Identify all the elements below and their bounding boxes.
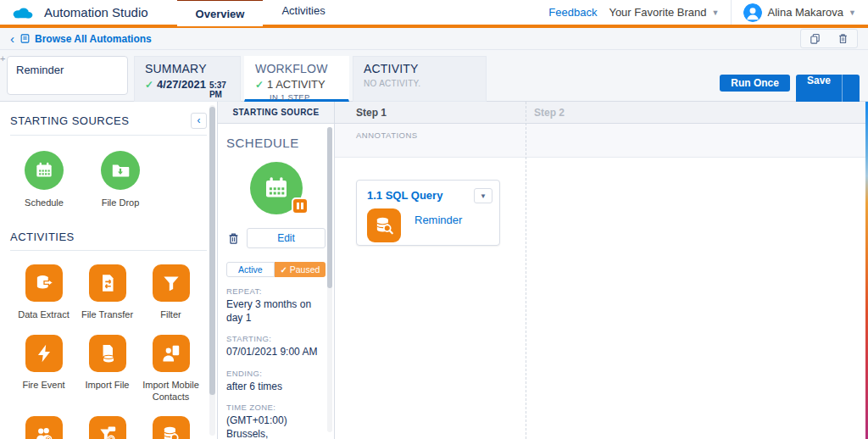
step-column-divider	[526, 102, 526, 439]
activities-title: ACTIVITIES	[10, 231, 75, 243]
card-activity-name: Reminder	[415, 214, 462, 226]
tab-activities-label: Activities	[281, 4, 325, 17]
chevron-down-icon: ▼	[849, 8, 856, 17]
activity-status: NO ACTIVITY.	[364, 79, 476, 88]
activity-import-mobile-contacts[interactable]: Import Mobile Contacts	[139, 335, 203, 403]
feedback-link[interactable]: Feedback	[548, 6, 597, 19]
source-schedule[interactable]: Schedule	[14, 151, 75, 208]
brand-menu[interactable]: Your Favorite Brand ▼	[609, 6, 719, 19]
annotations-row[interactable]: ANNOTATIONS	[335, 124, 865, 158]
lightning-icon	[25, 335, 63, 372]
app-title: Automation Studio	[44, 5, 148, 19]
workflow-activity-card[interactable]: 1.1 SQL Query ▼ Reminder	[356, 180, 500, 246]
tab-activities[interactable]: Activities	[263, 0, 343, 23]
collapse-sidebar-button[interactable]: ‹	[191, 113, 207, 129]
ending-value: after 6 times	[226, 380, 326, 393]
activities-list: Data Extract File Transfer	[0, 251, 217, 439]
activity-fire-event[interactable]: Fire Event	[12, 335, 75, 391]
file-transfer-icon	[89, 264, 126, 302]
activity-file-transfer[interactable]: File Transfer	[75, 264, 139, 320]
step-2-header: Step 2	[526, 102, 868, 123]
automation-name-input[interactable]: Reminder	[7, 56, 128, 95]
sidebar: STARTING SOURCES ‹ Schedule	[0, 102, 218, 439]
user-avatar[interactable]	[743, 3, 762, 22]
timezone-value: (GMT+01:00) Brussels, Copenhagen, Madrid…	[226, 414, 326, 439]
activity-data-extract[interactable]: Data Extract	[12, 264, 75, 320]
card-menu-button[interactable]: ▼	[474, 188, 492, 203]
import-contacts-icon	[153, 335, 190, 372]
summary-time: 5:37 PM	[209, 81, 230, 99]
automation-actions	[800, 29, 858, 48]
trash-icon	[837, 32, 849, 45]
activity-label: Import Mobile Contacts	[139, 379, 203, 403]
calendar-icon	[25, 151, 64, 190]
user-menu[interactable]: Alina Makarova ▼	[743, 3, 856, 22]
toggle-paused-option[interactable]: ✓ Paused	[275, 262, 326, 277]
user-name: Alina Makarova	[767, 6, 843, 19]
active-paused-toggle: Active ✓ Paused	[226, 262, 326, 277]
panel-scrollbar[interactable]	[327, 127, 332, 432]
repeat-value: Every 3 months on day 1	[226, 297, 326, 325]
activity-import-file[interactable]: Import File	[75, 335, 139, 391]
breadcrumb[interactable]: Browse All Automations	[19, 33, 152, 45]
tab-overview-label: Overview	[196, 8, 245, 20]
activity-filter[interactable]: Filter	[139, 264, 203, 320]
workflow-count: 1 ACTIVITY	[267, 78, 326, 91]
edit-schedule-button[interactable]: Edit	[247, 228, 326, 248]
tab-overview[interactable]: Overview	[177, 0, 264, 26]
summary-title: SUMMARY	[145, 62, 230, 75]
main-area: STARTING SOURCES ‹ Schedule	[0, 102, 868, 439]
timezone-label: TIME ZONE:	[226, 403, 326, 412]
activity-label: Fire Event	[12, 379, 75, 391]
activity-refresh-group[interactable]: Refresh Group	[12, 416, 75, 439]
sql-query-icon	[367, 208, 401, 242]
automation-toolbar: + Reminder SUMMARY ✓ 4/27/2021 5:37 PM L…	[0, 50, 868, 102]
duplicate-button[interactable]	[801, 30, 829, 47]
activity-sql-query[interactable]: SQL Query	[139, 416, 203, 439]
schedule-title: SCHEDULE	[226, 136, 326, 150]
back-chevron-icon[interactable]: ‹	[10, 32, 14, 45]
activity-label: Data Extract	[12, 308, 75, 320]
starting-sources-title: STARTING SOURCES	[10, 114, 129, 127]
copy-icon	[809, 32, 821, 45]
starting-source-panel: STARTING SOURCE SCHEDULE	[218, 102, 335, 439]
source-file-drop-label: File Drop	[90, 197, 151, 208]
starting-label: STARTING:	[226, 334, 326, 343]
filter-icon	[153, 264, 190, 302]
brand-orange-bar	[0, 25, 868, 28]
run-once-button[interactable]: Run Once	[720, 75, 790, 92]
ending-label: ENDING:	[226, 369, 326, 378]
status-tabs: SUMMARY ✓ 4/27/2021 5:37 PM LAST SAVED W…	[134, 56, 487, 102]
top-nav-tabs: Overview Activities	[177, 0, 344, 26]
activity-refresh-mobile[interactable]: Refresh Mobile	[75, 416, 139, 439]
activity-title: ACTIVITY	[364, 62, 476, 75]
check-icon: ✓	[255, 79, 264, 91]
header-divider	[731, 0, 732, 25]
panel-scrollbar-thumb[interactable]	[327, 127, 332, 288]
starting-sources-list: Schedule File Drop	[0, 136, 217, 208]
source-file-drop[interactable]: File Drop	[90, 151, 151, 208]
sidebar-scrollbar[interactable]	[209, 105, 215, 436]
tab-workflow[interactable]: WORKFLOW ✓ 1 ACTIVITY IN 1 STEP	[244, 56, 349, 102]
step-1-header: Step 1	[335, 102, 526, 123]
breadcrumb-bar: ‹ Browse All Automations	[0, 28, 868, 50]
delete-schedule-button[interactable]	[226, 231, 241, 246]
folder-drop-icon	[101, 151, 140, 190]
refresh-group-icon	[25, 416, 63, 439]
delete-button[interactable]	[829, 30, 857, 47]
workflow-canvas: Step 1 Step 2 ANNOTATIONS 1.1 SQL Query …	[335, 102, 868, 439]
trash-icon	[226, 231, 241, 246]
tab-activity[interactable]: ACTIVITY NO ACTIVITY.	[353, 56, 487, 102]
toggle-active-option[interactable]: Active	[226, 262, 275, 277]
workflow-sub: IN 1 STEP	[270, 92, 338, 102]
activity-label: File Transfer	[75, 308, 139, 320]
tab-summary[interactable]: SUMMARY ✓ 4/27/2021 5:37 PM LAST SAVED	[134, 56, 241, 102]
sql-query-icon	[153, 416, 190, 439]
step-header-row: Step 1 Step 2	[335, 102, 868, 124]
repeat-label: REPEAT:	[226, 286, 326, 296]
list-doc-icon	[19, 33, 31, 44]
source-schedule-label: Schedule	[14, 197, 75, 208]
starting-source-header: STARTING SOURCE	[218, 102, 334, 124]
check-icon: ✓	[145, 79, 153, 91]
sidebar-scrollbar-thumb[interactable]	[209, 107, 215, 395]
